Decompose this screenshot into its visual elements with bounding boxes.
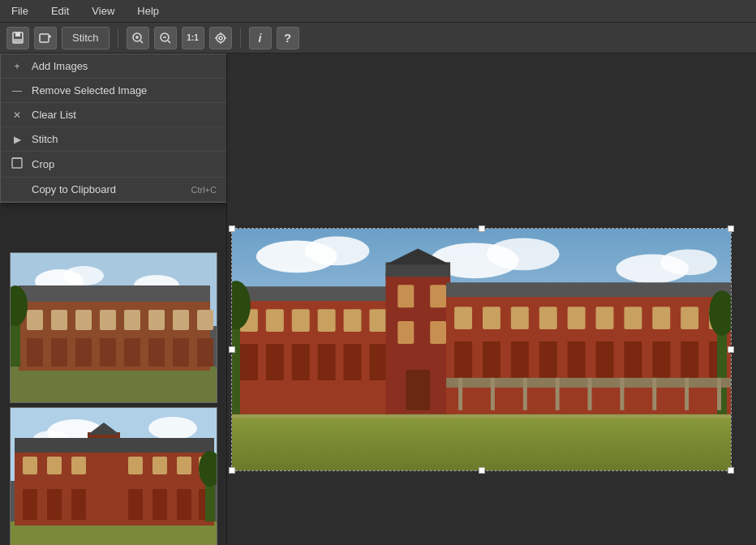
crop-label: Crop — [32, 158, 217, 170]
svg-rect-137 — [717, 378, 721, 410]
handle-bottom-right[interactable] — [728, 467, 734, 474]
stitch-label: Stitch — [32, 133, 217, 145]
clear-icon: ✕ — [11, 109, 24, 121]
svg-rect-90 — [292, 344, 310, 380]
toolbar-separator-2 — [240, 28, 241, 48]
svg-rect-59 — [152, 457, 167, 474]
svg-rect-64 — [71, 489, 86, 520]
svg-rect-27 — [19, 285, 210, 302]
svg-rect-110 — [624, 307, 642, 329]
svg-rect-66 — [152, 489, 167, 520]
svg-rect-39 — [100, 338, 116, 367]
copy-label: Copy to Clipboard — [32, 183, 183, 195]
main-content: + Add Images — Remove Selected Image ✕ C… — [0, 54, 756, 545]
handle-top-right[interactable] — [728, 225, 734, 232]
svg-rect-129 — [458, 378, 462, 410]
svg-point-13 — [217, 34, 225, 42]
svg-rect-60 — [177, 457, 191, 474]
toolbar-separator — [118, 28, 118, 48]
svg-rect-42 — [173, 338, 189, 367]
svg-rect-93 — [369, 344, 387, 380]
zoom-fit-button[interactable] — [209, 27, 232, 49]
menu-item-remove-selected[interactable]: — Remove Selected Image — [1, 79, 226, 103]
svg-rect-108 — [568, 307, 586, 329]
toolbar: Stitch 1:1 i ? — [0, 23, 756, 54]
svg-point-49 — [148, 417, 197, 440]
svg-point-79 — [660, 249, 717, 275]
svg-rect-57 — [71, 457, 86, 474]
save-button[interactable] — [6, 27, 29, 49]
svg-rect-1 — [15, 32, 20, 36]
svg-point-23 — [63, 266, 104, 285]
svg-rect-25 — [11, 367, 217, 403]
svg-rect-100 — [430, 321, 446, 344]
menu-help[interactable]: Help — [126, 2, 170, 20]
handle-middle-left[interactable] — [229, 346, 235, 353]
svg-rect-107 — [539, 307, 557, 329]
svg-rect-89 — [266, 344, 284, 380]
svg-rect-121 — [652, 341, 670, 378]
thumbnail-1[interactable] — [10, 252, 217, 403]
svg-rect-119 — [596, 341, 614, 378]
svg-line-9 — [140, 41, 143, 43]
menu-item-copy[interactable]: Copy to Clipboard Ctrl+C — [1, 178, 226, 202]
svg-rect-30 — [75, 310, 92, 330]
svg-rect-111 — [652, 307, 670, 329]
add-icon: + — [11, 61, 24, 72]
svg-rect-62 — [23, 489, 37, 520]
info-button[interactable]: i — [249, 27, 272, 49]
svg-rect-28 — [27, 310, 43, 330]
svg-rect-41 — [148, 338, 165, 367]
menu-view[interactable]: View — [80, 2, 126, 20]
stitched-image[interactable] — [231, 228, 732, 471]
svg-point-77 — [487, 238, 560, 270]
handle-middle-right[interactable] — [728, 346, 734, 353]
handle-top-left[interactable] — [229, 225, 235, 232]
svg-rect-29 — [51, 310, 67, 330]
svg-rect-65 — [128, 489, 143, 520]
svg-rect-32 — [124, 310, 140, 330]
menu-edit[interactable]: Edit — [40, 2, 80, 20]
svg-point-75 — [305, 236, 370, 265]
sidebar: + Add Images — Remove Selected Image ✕ C… — [0, 54, 227, 545]
svg-rect-81 — [232, 286, 393, 301]
svg-rect-115 — [483, 341, 500, 378]
zoom-in-button[interactable] — [127, 27, 149, 49]
handle-top-center[interactable] — [479, 225, 485, 232]
copy-shortcut: Ctrl+C — [191, 185, 217, 195]
svg-rect-136 — [685, 378, 689, 410]
svg-rect-114 — [454, 341, 472, 378]
handle-bottom-center[interactable] — [479, 467, 485, 474]
help-button[interactable]: ? — [277, 27, 299, 49]
zoom-out-button[interactable] — [154, 27, 177, 49]
menu-item-add-images[interactable]: + Add Images — [1, 54, 226, 79]
svg-point-14 — [219, 36, 222, 40]
crop-icon — [11, 157, 24, 171]
svg-rect-43 — [197, 338, 213, 367]
menu-item-stitch[interactable]: ▶ Stitch — [1, 127, 226, 152]
svg-rect-92 — [344, 344, 362, 380]
remove-selected-label: Remove Selected Image — [32, 84, 217, 97]
svg-rect-58 — [128, 457, 143, 474]
clear-list-label: Clear List — [32, 109, 217, 121]
thumbnail-2[interactable] — [10, 407, 217, 545]
svg-rect-134 — [620, 378, 624, 410]
menu-item-crop[interactable]: Crop — [1, 152, 226, 178]
svg-rect-122 — [681, 341, 698, 378]
menu-file[interactable]: File — [0, 2, 40, 20]
svg-rect-118 — [568, 341, 586, 378]
add-image-button[interactable] — [34, 27, 57, 49]
svg-rect-40 — [124, 338, 140, 367]
svg-rect-86 — [344, 309, 362, 332]
svg-rect-37 — [51, 338, 67, 367]
svg-rect-36 — [27, 338, 43, 367]
svg-rect-34 — [173, 310, 189, 330]
svg-rect-112 — [681, 307, 698, 329]
canvas-area[interactable] — [227, 54, 756, 545]
menu-item-clear-list[interactable]: ✕ Clear List — [1, 103, 226, 127]
zoom-reset-button[interactable]: 1:1 — [182, 27, 204, 49]
svg-rect-131 — [523, 378, 527, 410]
svg-rect-87 — [369, 309, 387, 332]
stitch-button[interactable]: Stitch — [62, 27, 110, 49]
handle-bottom-left[interactable] — [229, 467, 235, 474]
